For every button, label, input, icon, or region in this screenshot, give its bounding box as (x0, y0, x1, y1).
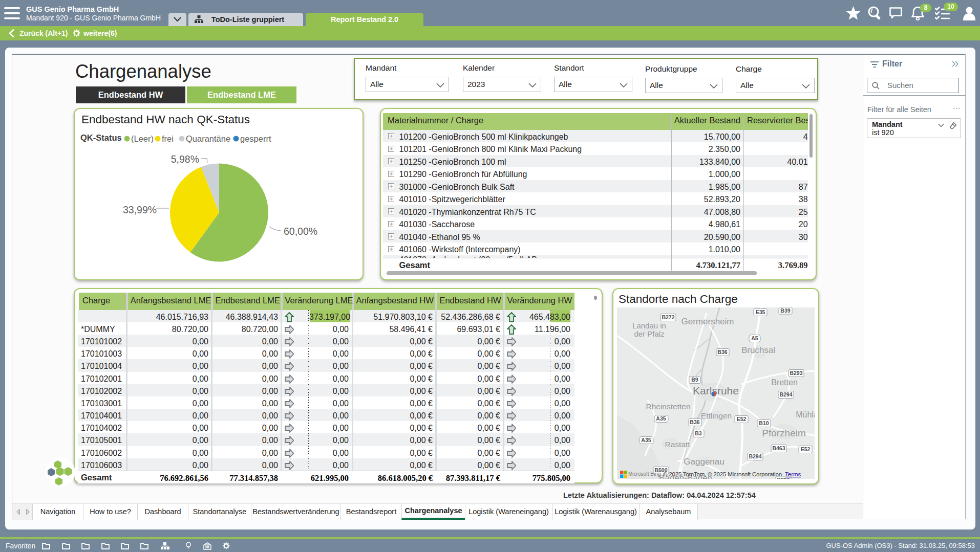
svg-text:B294: B294 (749, 453, 761, 459)
svg-text:der Pfalz: der Pfalz (634, 329, 664, 338)
svg-text:B39: B39 (780, 307, 790, 314)
svg-text:B294: B294 (779, 391, 792, 398)
svg-text:Mühla: Mühla (796, 410, 815, 419)
svg-text:© 2025 TomTom, © 2025 Microsof: © 2025 TomTom, © 2025 Microsoft Corporat… (663, 471, 782, 477)
svg-text:Microsoft Bing: Microsoft Bing (628, 471, 661, 477)
svg-text:Rastatt: Rastatt (665, 440, 690, 449)
svg-text:B9: B9 (691, 377, 698, 383)
svg-text:Landau in: Landau in (632, 321, 666, 330)
svg-text:Ettlingen: Ettlingen (701, 411, 732, 420)
svg-text:E52: E52 (801, 446, 811, 452)
svg-text:B272: B272 (662, 314, 674, 320)
svg-text:Rheinstetten: Rheinstetten (646, 402, 690, 411)
svg-text:Bruchsal: Bruchsal (741, 345, 775, 355)
svg-text:B36: B36 (690, 419, 699, 425)
svg-text:B3: B3 (695, 430, 702, 436)
svg-text:A5: A5 (751, 335, 758, 341)
svg-text:Germersheim: Germersheim (681, 317, 734, 326)
svg-text:A35: A35 (641, 437, 651, 443)
svg-text:A35: A35 (656, 415, 666, 422)
svg-text:E52: E52 (737, 416, 747, 422)
svg-text:Bretten: Bretten (771, 378, 798, 387)
svg-text:E35: E35 (756, 309, 765, 315)
svg-text:B36: B36 (717, 349, 727, 355)
svg-text:Gaggenau: Gaggenau (684, 457, 724, 467)
svg-text:B10: B10 (759, 420, 769, 426)
svg-text:B293: B293 (790, 370, 802, 376)
svg-text:B463: B463 (772, 445, 785, 451)
svg-text:Pforzheim: Pforzheim (762, 428, 806, 438)
svg-text:Terms: Terms (785, 471, 801, 477)
